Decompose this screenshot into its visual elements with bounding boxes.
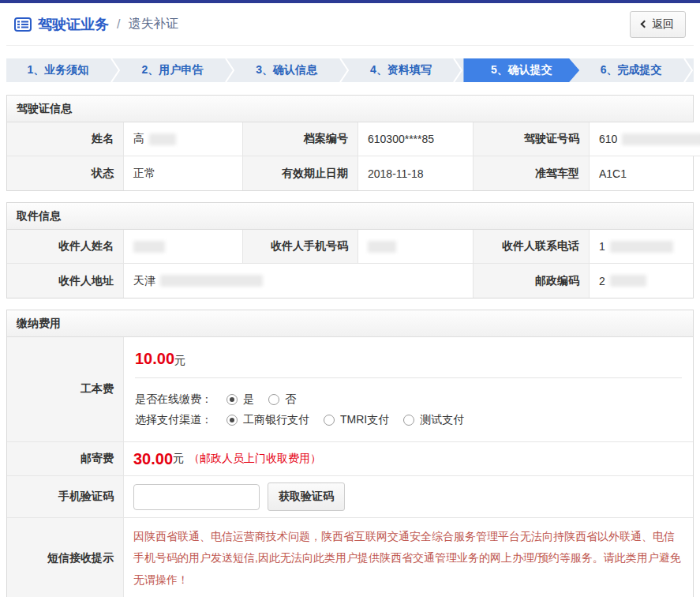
radio-online-no-label: 否: [285, 392, 296, 407]
radio-online-no[interactable]: 否: [268, 392, 296, 407]
radio-selected-icon: [226, 394, 238, 405]
breadcrumb: 驾驶证业务 / 遗失补证: [14, 15, 178, 34]
fees-section: 缴纳费用 工本费 10.00元 是否在线缴费： 是: [6, 310, 694, 597]
recipient-name-label: 收件人姓名: [7, 230, 124, 264]
list-icon: [14, 17, 32, 32]
step-5-confirm-submit[interactable]: 5、确认提交: [463, 58, 579, 82]
vehicle-class-value: A1C1: [590, 156, 693, 190]
redacted-text: [368, 241, 396, 253]
mailing-fee-label: 邮寄费: [7, 442, 124, 476]
sms-notice-text: 因陕西省联通、电信运营商技术问题，陕西省互联网交通安全综合服务管理平台无法向持陕…: [133, 518, 683, 597]
back-button-label: 返回: [652, 17, 674, 32]
recipient-name-value: [124, 230, 243, 264]
fees-section-title: 缴纳费用: [7, 310, 693, 337]
recipient-phone-label: 收件人联系电话: [474, 230, 590, 264]
name-value: 高: [124, 122, 243, 156]
sms-code-field: 获取验证码: [124, 476, 693, 518]
step-separator-icon: [452, 58, 463, 82]
payment-channel-row: 选择支付渠道： 工商银行支付 TMRI支付 测试支付: [135, 413, 682, 427]
radio-unselected-icon: [268, 394, 279, 405]
license-no-value: 610: [590, 122, 700, 156]
sms-code-input[interactable]: [133, 484, 260, 510]
license-info-section: 驾驶证信息 姓名 高 档案编号 610300****85 驾驶证号码 610 状…: [6, 95, 694, 191]
postal-code-value: 2: [590, 264, 693, 298]
redacted-text: [160, 275, 263, 287]
radio-online-yes-label: 是: [243, 392, 254, 407]
step-2-user-declaration[interactable]: 2、用户申告: [121, 58, 224, 82]
chevron-left-icon: [641, 21, 649, 28]
production-fee-value: 10.00元 是否在线缴费： 是 否: [124, 337, 693, 442]
status-value: 正常: [124, 156, 243, 190]
recipient-address-label: 收件人地址: [7, 264, 124, 298]
radio-channel-icbc[interactable]: 工商银行支付: [226, 413, 309, 427]
sms-notice-label: 短信接收提示: [7, 518, 124, 597]
redacted-text: [610, 241, 673, 253]
step-6-complete-submit[interactable]: 6、完成提交: [579, 58, 683, 82]
step-navigation: 1、业务须知 2、用户申告 3、确认信息 4、资料填写 5、确认提交 6、完成提…: [6, 58, 694, 82]
name-label: 姓名: [7, 122, 124, 156]
step-separator-icon: [110, 58, 121, 82]
step-separator-icon: [224, 58, 235, 82]
back-button[interactable]: 返回: [630, 11, 686, 38]
production-fee-label: 工本费: [7, 337, 124, 442]
file-no-label: 档案编号: [243, 122, 358, 156]
radio-selected-icon: [226, 415, 238, 426]
breadcrumb-current: 遗失补证: [128, 16, 178, 32]
production-fee-amount: 10.00元: [135, 345, 682, 377]
radio-channel-tmri[interactable]: TMRI支付: [324, 413, 389, 427]
redacted-text: [133, 241, 165, 253]
step-1-business-notes[interactable]: 1、业务须知: [6, 58, 110, 82]
page-header: 驾驶证业务 / 遗失补证 返回: [6, 3, 694, 46]
radio-channel-test-label: 测试支付: [420, 413, 464, 427]
mailing-fee-value: 30.00元 （邮政人员上门收取费用）: [124, 442, 693, 476]
expiry-value: 2018-11-18: [358, 156, 474, 190]
get-code-button[interactable]: 获取验证码: [268, 482, 345, 511]
license-no-label: 驾驶证号码: [474, 122, 590, 156]
radio-channel-icbc-label: 工商银行支付: [243, 413, 309, 427]
online-payment-question: 是否在线缴费：: [135, 392, 212, 407]
step-3-confirm-info[interactable]: 3、确认信息: [235, 58, 339, 82]
file-no-value: 610300****85: [358, 122, 474, 156]
redacted-text: [622, 133, 700, 145]
radio-online-yes[interactable]: 是: [226, 392, 254, 407]
license-section-title: 驾驶证信息: [7, 96, 693, 122]
recipient-phone-value: 1: [590, 230, 693, 264]
redacted-text: [149, 133, 176, 145]
radio-unselected-icon: [403, 415, 414, 426]
postal-code-label: 邮政编码: [474, 264, 590, 298]
sms-code-label: 手机验证码: [7, 476, 124, 518]
radio-channel-test[interactable]: 测试支付: [403, 413, 464, 427]
page-title: 驾驶证业务: [38, 15, 109, 34]
step-separator-icon: [683, 58, 694, 82]
radio-unselected-icon: [324, 415, 335, 426]
payment-options: 是否在线缴费： 是 否 选择支付渠道：: [135, 377, 682, 427]
expiry-label: 有效期止日期: [243, 156, 358, 190]
radio-channel-tmri-label: TMRI支付: [340, 413, 389, 427]
step-separator-icon: [339, 58, 350, 82]
sms-notice-text-cell: 因陕西省联通、电信运营商技术问题，陕西省互联网交通安全综合服务管理平台无法向持陕…: [124, 518, 693, 597]
online-payment-question-row: 是否在线缴费： 是 否: [135, 392, 682, 407]
status-label: 状态: [7, 156, 124, 190]
breadcrumb-separator: /: [117, 17, 120, 32]
recipient-mobile-value: [358, 230, 474, 264]
payment-channel-question: 选择支付渠道：: [135, 413, 212, 427]
recipient-mobile-label: 收件人手机号码: [243, 230, 358, 264]
vehicle-class-label: 准驾车型: [474, 156, 590, 190]
mailing-fee-note: （邮政人员上门收取费用）: [189, 452, 321, 466]
redacted-text: [610, 275, 646, 287]
recipient-address-value: 天津: [124, 264, 474, 298]
step-4-fill-data[interactable]: 4、资料填写: [350, 58, 453, 82]
pickup-info-section: 取件信息 收件人姓名 收件人手机号码 收件人联系电话 1 收件人地址 天津 邮政…: [6, 202, 694, 298]
pickup-section-title: 取件信息: [7, 203, 693, 230]
